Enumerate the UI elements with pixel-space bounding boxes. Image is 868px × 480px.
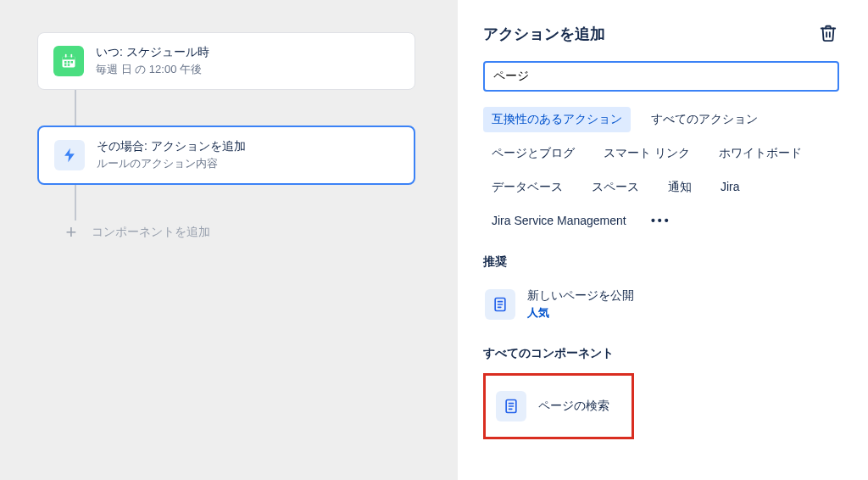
step-then-subtitle: ルールのアクション内容 xyxy=(97,156,246,171)
automation-flow: いつ: スケジュール時 毎週 日 の 12:00 午後 その場合: アクションを… xyxy=(0,0,458,480)
svg-rect-8 xyxy=(68,64,70,66)
panel-title: アクションを追加 xyxy=(483,24,605,44)
step-then-title: その場合: アクションを追加 xyxy=(97,139,246,154)
lightning-icon xyxy=(54,140,85,170)
step-when-scheduled[interactable]: いつ: スケジュール時 毎週 日 の 12:00 午後 xyxy=(37,32,415,90)
step-then-add-action[interactable]: その場合: アクションを追加 ルールのアクション内容 xyxy=(37,126,415,185)
chip-jsm[interactable]: Jira Service Management xyxy=(483,209,635,232)
plus-icon: + xyxy=(59,220,83,244)
add-component-label: コンポーネントを追加 xyxy=(92,225,210,240)
step-when-subtitle: 毎週 日 の 12:00 午後 xyxy=(96,62,209,77)
chip-whiteboard[interactable]: ホワイトボード xyxy=(710,141,810,166)
delete-button[interactable] xyxy=(819,24,839,44)
chip-compatible-actions[interactable]: 互換性のあるアクション xyxy=(483,107,631,132)
chip-database[interactable]: データベース xyxy=(483,175,571,200)
highlighted-component: ページの検索 xyxy=(483,373,634,439)
connector-line xyxy=(75,90,76,126)
svg-rect-6 xyxy=(71,61,74,64)
connector-line xyxy=(75,185,76,220)
chip-jira[interactable]: Jira xyxy=(712,175,748,200)
chip-notification[interactable]: 通知 xyxy=(659,175,700,200)
svg-rect-5 xyxy=(68,61,70,64)
component-title: ページの検索 xyxy=(538,399,609,414)
action-picker-panel: アクションを追加 互換性のあるアクション すべてのアクション ページとブログ ス… xyxy=(458,0,868,480)
trash-icon xyxy=(819,24,837,42)
action-search-input[interactable] xyxy=(483,61,839,92)
svg-rect-7 xyxy=(64,64,67,66)
svg-rect-1 xyxy=(63,56,75,59)
calendar-icon xyxy=(53,46,84,76)
chip-space[interactable]: スペース xyxy=(583,175,648,200)
add-component-button[interactable]: + コンポーネントを追加 xyxy=(59,220,442,244)
svg-rect-4 xyxy=(64,61,67,64)
all-components-section-label: すべてのコンポーネント xyxy=(483,346,839,361)
chip-smart-links[interactable]: スマート リンク xyxy=(595,141,698,166)
page-icon xyxy=(485,289,515,320)
chip-all-actions[interactable]: すべてのアクション xyxy=(643,107,766,132)
svg-rect-2 xyxy=(65,54,67,58)
page-icon xyxy=(496,391,526,421)
svg-rect-3 xyxy=(71,54,73,58)
chip-pages-blogs[interactable]: ページとブログ xyxy=(483,141,583,166)
recommended-section-label: 推奨 xyxy=(483,254,839,270)
component-publish-new-page[interactable]: 新しいページを公開 人気 xyxy=(483,283,839,326)
step-when-title: いつ: スケジュール時 xyxy=(96,45,209,60)
component-popular-badge: 人気 xyxy=(527,305,634,321)
chip-more-button[interactable]: ••• xyxy=(647,209,676,232)
component-search-pages[interactable]: ページの検索 xyxy=(494,386,623,427)
filter-chip-row: 互換性のあるアクション すべてのアクション ページとブログ スマート リンク ホ… xyxy=(483,107,839,232)
component-title: 新しいページを公開 xyxy=(527,288,634,304)
